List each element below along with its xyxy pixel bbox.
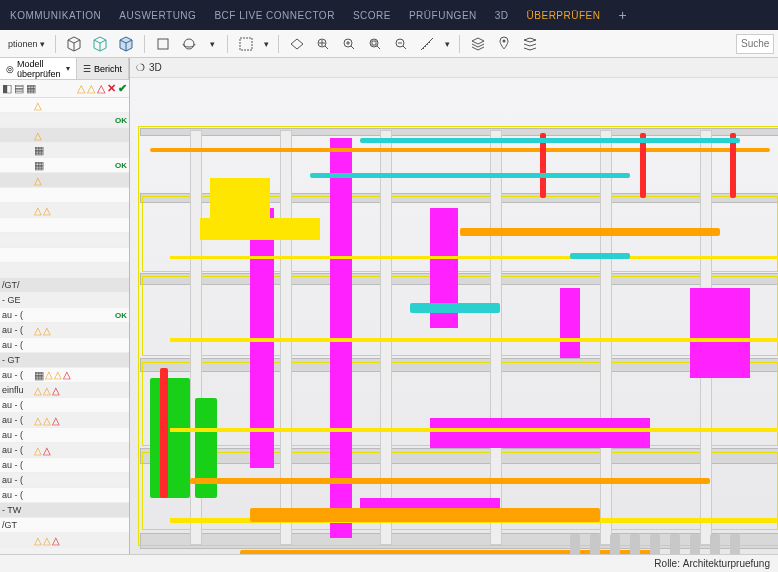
check-row[interactable]: ▦OK: [0, 158, 129, 173]
status-role-value: Architekturpruefung: [683, 558, 770, 569]
options-dropdown[interactable]: ptionen ▾: [4, 39, 49, 49]
orbit-icon[interactable]: [177, 33, 201, 55]
toolbar-separator: [55, 35, 56, 53]
ok-badge: OK: [115, 116, 127, 125]
viewport-header: ❍ 3D: [130, 58, 778, 78]
check-row[interactable]: - TW: [0, 503, 129, 518]
side-header-icons: ◧ ▤ ▦ △ △ △ ✕ ✔: [0, 80, 129, 98]
check-row[interactable]: - GE: [0, 293, 129, 308]
check-row-label: - TW: [2, 505, 32, 515]
check-row-label: au - (: [2, 445, 32, 455]
menu-ueberpruefen[interactable]: ÜBERPRÜFEN: [527, 10, 601, 21]
cube-wireframe-icon[interactable]: [88, 33, 112, 55]
warning-orange-icon: △: [34, 175, 42, 186]
check-rows[interactable]: △OK△▦▦OK△△△/GT/- GEau - (OKau - (△△au - …: [0, 98, 129, 554]
check-row[interactable]: △: [0, 173, 129, 188]
stacks-icon[interactable]: [518, 33, 542, 55]
measure-dropdown[interactable]: ▾: [441, 33, 453, 55]
check-row[interactable]: au - (△△△: [0, 413, 129, 428]
viewport-canvas[interactable]: [130, 78, 778, 554]
check-row[interactable]: △: [0, 128, 129, 143]
warning-orange-icon: △: [34, 100, 42, 111]
check-row[interactable]: ▦: [0, 143, 129, 158]
check-row[interactable]: au - (: [0, 458, 129, 473]
check-row[interactable]: au - (△△: [0, 443, 129, 458]
chevron-down-icon: ▾: [66, 64, 70, 73]
zoom-out-icon[interactable]: [389, 33, 413, 55]
warning-orange-icon: △: [34, 535, 42, 546]
check-row[interactable]: [0, 188, 129, 203]
search-input[interactable]: [736, 34, 774, 54]
check-row[interactable]: [0, 233, 129, 248]
check-row[interactable]: au - (▦△△△: [0, 368, 129, 383]
check-row-icons: △△△: [34, 415, 127, 426]
tab-report[interactable]: ☰ Bericht: [77, 58, 129, 79]
check-row[interactable]: [0, 218, 129, 233]
menu-kommunikation[interactable]: KOMMUNIKATION: [10, 10, 101, 21]
section-icon[interactable]: [285, 33, 309, 55]
check-row[interactable]: au - (: [0, 338, 129, 353]
check-row[interactable]: [0, 263, 129, 278]
menu-add-tab[interactable]: +: [618, 7, 627, 23]
check-row[interactable]: au - (△△: [0, 323, 129, 338]
check-row[interactable]: einflu△△△: [0, 383, 129, 398]
check-row[interactable]: au - (: [0, 398, 129, 413]
check-row[interactable]: - GT: [0, 353, 129, 368]
tab-model-check[interactable]: ◎ Modell überprüfen ▾: [0, 58, 77, 79]
toolbar-separator: [459, 35, 460, 53]
check-row[interactable]: OK: [0, 113, 129, 128]
select-dropdown[interactable]: ▾: [260, 33, 272, 55]
check-row-icons: △△△: [34, 385, 127, 396]
check-row-label: au - (: [2, 490, 32, 500]
svg-point-8: [503, 39, 506, 42]
check-row-label: /GT: [2, 520, 32, 530]
check-row[interactable]: au - (: [0, 428, 129, 443]
toolbar-separator: [144, 35, 145, 53]
check-row[interactable]: au - (: [0, 488, 129, 503]
warning-orange-icon: △: [43, 325, 51, 336]
grid-icon[interactable]: ▦: [26, 82, 36, 95]
menu-auswertung[interactable]: AUSWERTUNG: [119, 10, 196, 21]
x-icon: ✕: [107, 82, 116, 95]
check-row-label: au - (: [2, 310, 32, 320]
menu-pruefungen[interactable]: PRÜFUNGEN: [409, 10, 477, 21]
menu-bcf[interactable]: BCF LIVE CONNECTOR: [214, 10, 335, 21]
check-row[interactable]: △△: [0, 203, 129, 218]
list-icon[interactable]: ▤: [14, 82, 24, 95]
cube-icon[interactable]: [62, 33, 86, 55]
check-row[interactable]: △△△: [0, 533, 129, 548]
grid-icon: ▦: [34, 159, 44, 172]
tool-dropdown[interactable]: ▾: [203, 33, 221, 55]
cube-shaded-icon[interactable]: [114, 33, 138, 55]
layers-icon[interactable]: [466, 33, 490, 55]
check-row[interactable]: /GT/: [0, 278, 129, 293]
measure-icon[interactable]: [415, 33, 439, 55]
svg-point-5: [370, 39, 378, 47]
view-cube-icon[interactable]: [151, 33, 175, 55]
check-row[interactable]: [0, 248, 129, 263]
menu-3d[interactable]: 3D: [495, 10, 509, 21]
main-split: ◎ Modell überprüfen ▾ ☰ Bericht ◧ ▤ ▦ △ …: [0, 58, 778, 554]
check-row[interactable]: au - (OK: [0, 308, 129, 323]
zoom-fit-icon[interactable]: [311, 33, 335, 55]
zoom-in-icon[interactable]: [337, 33, 361, 55]
warning-orange-icon: △: [34, 130, 42, 141]
warning-red-icon: △: [52, 385, 60, 396]
menu-score[interactable]: SCORE: [353, 10, 391, 21]
warning-orange-icon: △: [77, 82, 85, 95]
side-tabs: ◎ Modell überprüfen ▾ ☰ Bericht: [0, 58, 129, 80]
warning-orange-icon: △: [34, 415, 42, 426]
check-row-icons: △△△: [34, 535, 127, 546]
check-row[interactable]: au - (: [0, 473, 129, 488]
box-select-icon[interactable]: [234, 33, 258, 55]
check-row-label: einflu: [2, 385, 32, 395]
zoom-window-icon[interactable]: [363, 33, 387, 55]
tree-icon[interactable]: ◧: [2, 82, 12, 95]
check-row[interactable]: △: [0, 98, 129, 113]
warning-orange-icon: △: [54, 369, 62, 382]
check-row[interactable]: /GT: [0, 518, 129, 533]
toolbar-separator: [227, 35, 228, 53]
check-row-label: au - (: [2, 340, 32, 350]
map-pin-icon[interactable]: [492, 33, 516, 55]
warning-orange-icon: △: [34, 445, 42, 456]
